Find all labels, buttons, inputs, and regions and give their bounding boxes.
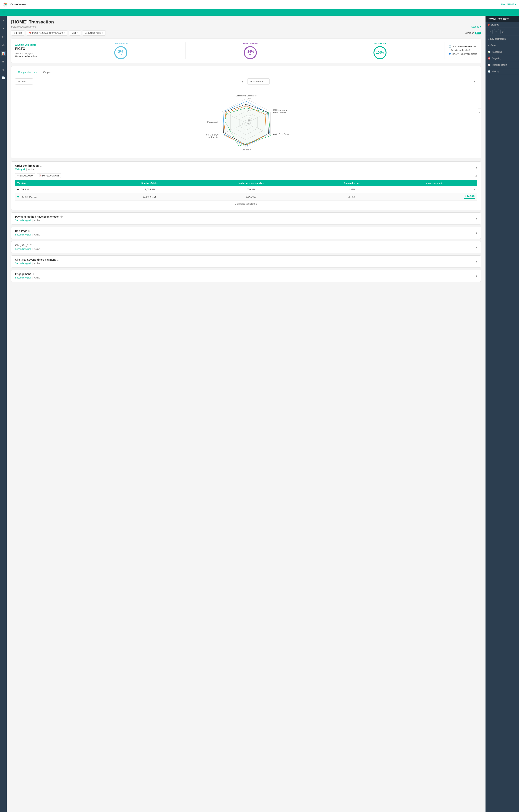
goal-title-block-0: Payment method have been chosen ⓘ Second… <box>15 215 63 222</box>
actions-dropdown[interactable]: Actions ▾ <box>471 25 481 28</box>
goal-header-secondary-4[interactable]: Engagement ⓘ Secondary goal | Active ▾ <box>11 270 481 282</box>
sidebar-icon-chart[interactable]: 📊 <box>1 51 6 56</box>
sidebar-icon-grid[interactable]: ⊞ <box>1 59 6 64</box>
goal-status-4: Active <box>34 277 40 279</box>
goal-body-order-confirmation: ⇅ BREAKDOWN 📈 DISPLAY GRAPH ⚙ Variation … <box>11 173 481 210</box>
sidebar-icon-target[interactable]: ◎ <box>1 42 6 48</box>
sidebar-icon-flag[interactable]: ⚑ <box>1 26 6 31</box>
disabled-variations-text: 2 disabled variations <box>235 203 255 205</box>
goal-header-secondary-2[interactable]: Clic_34x_? ⓘ Secondary goal | Active ▾ <box>11 241 481 253</box>
goal-settings-button[interactable]: ⚙ <box>475 174 477 177</box>
cell-converted: 670,386 <box>190 186 312 193</box>
reliability-label: RELIABILITY <box>319 42 441 45</box>
cell-converted: 8,841,623 <box>190 193 312 201</box>
cell-variation-name: PICTO 34X V1 <box>15 193 109 201</box>
user-menu[interactable]: User NAME ▾ <box>501 3 516 6</box>
page-title: [HOME] Transaction <box>11 19 481 25</box>
collapse-icon: ▴ <box>256 203 257 205</box>
sidebar-icon-network[interactable]: ⬡ <box>1 34 6 39</box>
visit-type-select[interactable]: Visit <box>69 30 81 35</box>
goal-info-icon: ⓘ <box>40 164 42 167</box>
kameleoon-logo-icon <box>3 2 8 7</box>
check-icon: ℹ <box>449 49 449 52</box>
all-goals-select[interactable]: All goals <box>15 78 33 85</box>
key-info-icon: ℹ <box>488 38 489 40</box>
sidebar-icon-plus[interactable]: + <box>1 18 6 23</box>
expand-arrow[interactable]: › <box>478 109 481 116</box>
sidebar-icon-document[interactable]: 📄 <box>1 75 6 80</box>
goal-title-4: Engagement ⓘ <box>15 272 40 276</box>
delete-button[interactable]: 🗑 <box>500 29 505 34</box>
table-row: PICTO 34X V1 322,646,716 8,841,623 2.74%… <box>15 193 477 201</box>
logo: Kameleoon <box>3 2 26 7</box>
goal-header-secondary-0[interactable]: Payment method have been chosen ⓘ Second… <box>11 212 481 224</box>
goal-header-order-confirmation[interactable]: Order confirmation ⓘ Main goal | Active … <box>11 162 481 173</box>
svg-text:-30%: -30% <box>247 119 251 121</box>
date-range-picker[interactable]: 📅 from 07/12/2020 to 07/23/2020 <box>26 30 68 35</box>
goals-label: Goals <box>491 44 496 47</box>
col-improvement-rate: Improvement rate <box>392 180 477 186</box>
conversion-circle: 2% 74 <box>114 46 127 59</box>
edit-button[interactable]: ✏ <box>494 29 499 34</box>
disabled-variations-toggle[interactable]: 2 disabled variations ▴ <box>15 201 477 207</box>
svg-text:-40%: -40% <box>247 123 251 125</box>
goal-info-icon-1: ⓘ <box>28 230 30 232</box>
winning-variation-label: WINNING VARIATION <box>15 44 52 46</box>
improvement-value: .14% 86 <box>247 50 254 56</box>
goal-sep-2: | <box>32 248 33 250</box>
filters-bar: ⊟ Filters 📅 from 07/12/2020 to 07/23/202… <box>11 30 481 35</box>
goal-title-text-4: Engagement <box>15 272 31 276</box>
col-converted: Number of converted visits <box>190 180 312 186</box>
goal-header-secondary-3[interactable]: Clic_34x_Several-times-payment ⓘ Seconda… <box>11 256 481 267</box>
results-label: Results exploitable! <box>451 49 470 52</box>
variation-name: Original <box>21 188 29 191</box>
improvement-value: - <box>474 188 475 191</box>
sidebar-item-targeting[interactable]: 🎯 Targeting <box>486 55 519 62</box>
history-label: History <box>492 70 499 73</box>
all-variations-select[interactable]: All variations <box>247 78 270 85</box>
sidebar-item-goals[interactable]: ≡ Goals <box>486 42 519 49</box>
goal-meta-2: Secondary goal | Active <box>15 248 40 250</box>
view-tabs: Comparative view Graphs <box>15 69 477 76</box>
radar-label-bottomleft-line2: _plusieurs_fois <box>207 136 219 138</box>
goal-header-secondary-1[interactable]: Cart Page ⓘ Secondary goal | Active ▾ <box>11 227 481 239</box>
logo-text: Kameleoon <box>10 3 26 6</box>
reliability-metric: RELIABILITY 100% <box>315 42 445 59</box>
goal-meta-3: Secondary goal | Active <box>15 262 59 265</box>
cell-conversion-rate: 2.39% <box>312 186 391 193</box>
right-sidebar-title: [HOME] Transaction <box>486 16 519 22</box>
stats-grid: WINNING VARIATION PICTO On the primary g… <box>15 42 477 59</box>
bayesian-state[interactable]: OFF <box>475 32 481 34</box>
goal-sep-4: | <box>32 276 33 279</box>
tab-comparative-view[interactable]: Comparative view <box>15 69 40 76</box>
filters-button[interactable]: ⊟ Filters <box>11 30 25 35</box>
radar-chart-container: 20% 10% -10% -20% -30% -40% Confirmation… <box>11 87 481 158</box>
sidebar-item-key-information[interactable]: ℹ Key information <box>486 36 519 42</box>
goal-chevron-0: ▾ <box>476 217 477 220</box>
goal-section-order-confirmation: Order confirmation ⓘ Main goal | Active … <box>11 162 481 210</box>
converted-visits-select[interactable]: Converted visits <box>82 30 105 35</box>
goal-title-text-0: Payment method have been chosen <box>15 215 59 218</box>
sidebar-item-history[interactable]: 🕐 History <box>486 68 519 75</box>
sidebar-item-variations[interactable]: 📊 Variations <box>486 49 519 55</box>
goal-info-icon-0: ⓘ <box>60 215 63 218</box>
targeting-label: Targeting <box>492 57 501 60</box>
goal-title-0: Payment method have been chosen ⓘ <box>15 215 63 218</box>
col-variation: Variation <box>15 180 109 186</box>
hamburger-menu[interactable]: ☰ <box>2 10 5 14</box>
goal-sep-0: | <box>32 219 33 222</box>
bayesian-toggle: Bayesian OFF <box>465 32 481 34</box>
breakdown-button[interactable]: ⇅ BREAKDOWN <box>15 173 35 178</box>
goal-section-secondary-0: Payment method have been chosen ⓘ Second… <box>11 212 481 225</box>
history-icon: 🕐 <box>488 70 491 73</box>
tab-graphs[interactable]: Graphs <box>40 69 54 76</box>
visits-label: 378,747,354 visits tested <box>452 53 477 55</box>
cell-visits: 28,025,486 <box>109 186 190 193</box>
user-menu-chevron: ▾ <box>515 3 516 6</box>
display-graph-button[interactable]: 📈 DISPLAY GRAPH <box>37 173 61 178</box>
primary-goal-name: Order confirmation <box>15 55 52 58</box>
cell-visits: 322,646,716 <box>109 193 190 201</box>
sidebar-item-reporting-tools[interactable]: 📈 Reporting tools <box>486 62 519 68</box>
preview-button[interactable]: 👁 <box>488 29 493 34</box>
sidebar-icon-settings[interactable]: ⚙ <box>1 67 6 72</box>
